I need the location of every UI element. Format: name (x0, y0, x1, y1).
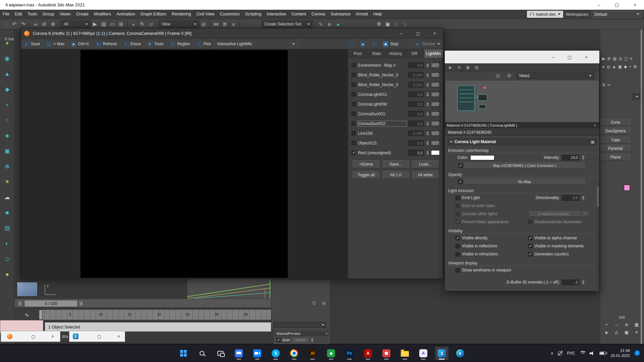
lightmix-color-swatch[interactable] (431, 150, 440, 155)
left-tool-icon[interactable]: ■ (5, 210, 9, 216)
value-spinner[interactable] (582, 280, 585, 284)
menu-item[interactable]: Modifiers (91, 10, 114, 19)
refresh-button[interactable]: ↻ Refresh (93, 39, 120, 49)
lightmix-value[interactable]: 1,0 (408, 101, 424, 107)
lightmix-value[interactable]: 0,124 (408, 72, 424, 78)
layer-manager-icon[interactable]: ≣ (220, 20, 229, 28)
close-icon[interactable]: × (114, 331, 123, 342)
value-spinner[interactable] (426, 102, 429, 106)
view-select[interactable]: View1 (516, 72, 594, 79)
material-editor-titlebar[interactable]: – ▢ × (445, 51, 599, 63)
visible-directly-checkbox[interactable] (455, 236, 460, 240)
select-object-icon[interactable]: ▶ (91, 20, 99, 28)
taskbar-app-chat[interactable] (232, 347, 246, 360)
scale-icon[interactable]: ▱ (147, 20, 155, 28)
lightmix-checkbox[interactable] (352, 92, 356, 97)
menu-item[interactable]: Arnold (353, 10, 371, 19)
task-view-button[interactable] (214, 347, 227, 360)
close-icon[interactable]: × (426, 28, 443, 39)
menu-item[interactable]: Create (73, 10, 92, 19)
left-tool-icon[interactable]: ◉ (5, 56, 10, 61)
category-dropdown[interactable] (633, 94, 641, 100)
status-panel-icons[interactable]: + ↔ ⊕ ▦ ◈ ∠ ▣ ☀ (603, 322, 640, 335)
lightmix-color-swatch[interactable] (431, 92, 440, 97)
emit-light-checkbox[interactable] (455, 196, 460, 200)
curve-editor-icon[interactable]: ∿ (316, 20, 325, 28)
both-sides-checkbox[interactable] (455, 204, 460, 208)
create-category-icons[interactable]: ● ◎ ▲ ▣ ◆ + ⊞ (602, 64, 637, 69)
bind-icon[interactable]: ⊕ (49, 20, 57, 28)
space-warps-icon[interactable]: + (629, 64, 631, 69)
selection-region-icon[interactable]: ▭ (108, 20, 117, 28)
wifi-icon[interactable] (579, 351, 585, 355)
pick-button[interactable]: + Pick (193, 39, 214, 49)
tab-stats[interactable]: Stats (367, 49, 386, 58)
account-menu[interactable]: katesh.des (527, 11, 563, 18)
options-gear-icon[interactable]: ⚙ (505, 71, 514, 80)
lightmix-color-swatch[interactable] (431, 63, 440, 68)
taskbar-app-3dsmax[interactable]: 3 (435, 347, 448, 360)
occlude-checkbox[interactable] (455, 212, 460, 216)
taskbar-clock[interactable]: 21:58 25.01.2022 (610, 348, 630, 358)
taskbar-app-affinity[interactable]: A (417, 347, 430, 360)
lightmix-color-swatch[interactable] (431, 102, 440, 107)
restore-icon[interactable]: ▢ (29, 331, 38, 342)
zoom-extents-icon[interactable]: ◎ (493, 71, 502, 80)
snap-toggle-icon[interactable]: ⊕ (623, 322, 630, 327)
value-spinner[interactable] (426, 63, 429, 67)
start-button[interactable] (177, 347, 190, 360)
all-1-button[interactable]: All 1.0 (383, 171, 409, 179)
previous-frame-button[interactable]: < (17, 300, 23, 307)
pick-material-icon[interactable]: ▶ (447, 64, 453, 70)
close-icon[interactable]: × (578, 51, 595, 63)
workspace-select[interactable]: Default (592, 11, 642, 18)
auto-checkbox[interactable] (276, 338, 281, 342)
visible-masking-checkbox[interactable] (528, 244, 532, 248)
stop-button[interactable]: ■ Stop (380, 39, 412, 49)
minimize-button[interactable]: – (590, 0, 608, 10)
left-tool-icon[interactable]: ◐ (5, 241, 9, 246)
pan-view-icon[interactable]: ↻ (312, 300, 317, 306)
emission-map-button[interactable]: Map #2138799461 ( Color Correction ) (465, 163, 585, 169)
all-white-button[interactable]: All white (412, 171, 438, 179)
taskbar-app-substance[interactable]: ◆ (324, 347, 338, 360)
close-icon[interactable]: × (593, 123, 597, 127)
rotate-icon[interactable]: ↻ (138, 20, 147, 28)
render-button[interactable]: ▶ Render (412, 39, 443, 49)
zoom-view-icon[interactable]: ⊕ (322, 300, 326, 306)
lightmix-value[interactable]: 1,0 (408, 140, 424, 146)
scene-explorer-icon[interactable]: ≡ (229, 20, 238, 28)
chain-icon[interactable]: ∞ (607, 82, 610, 87)
taskbar-app-red[interactable] (380, 347, 393, 360)
window-crossing-icon[interactable]: ⊞ (117, 20, 125, 28)
lightmix-checkbox[interactable] (352, 63, 356, 67)
lights-icon[interactable]: ▲ (612, 64, 616, 69)
material-node-header[interactable]: Material #:21474836345 ( CoronaLightMtl … (445, 122, 599, 128)
value-spinner[interactable] (426, 151, 429, 155)
time-slider-handle[interactable] (39, 310, 42, 320)
mirror-icon[interactable]: ⋈ (212, 20, 220, 28)
menu-item[interactable]: Content (289, 10, 309, 19)
taskbar-app-explorer[interactable] (398, 347, 412, 360)
excluded-objects-button[interactable]: 0 objects excluded... (530, 211, 580, 217)
helpers-icon[interactable]: ◆ (624, 64, 627, 69)
add-exclude-button[interactable]: + (582, 211, 588, 217)
render-iterative-icon[interactable]: ♨ (401, 20, 410, 28)
preview-dropdown[interactable] (273, 322, 326, 328)
menu-item[interactable]: Tools (25, 10, 40, 19)
preview-spinner[interactable] (311, 338, 314, 342)
reference-coordinate-select[interactable]: View (159, 20, 199, 28)
lightmix-checkbox[interactable] (352, 112, 356, 116)
lightmix-value[interactable]: 1,0 (408, 121, 424, 126)
modify-tab-icon[interactable]: ⚙ (607, 56, 611, 61)
parameters-scrollbar[interactable] (596, 186, 599, 291)
utilities-tab-icon[interactable]: ≡ (630, 56, 632, 61)
restore-icon[interactable]: ▢ (95, 331, 104, 342)
node-view[interactable] (445, 80, 599, 122)
display-tab-icon[interactable]: ▢ (624, 56, 628, 61)
menu-item[interactable]: Group (40, 10, 57, 19)
value-spinner[interactable] (426, 122, 429, 126)
taskbar-app-chrome[interactable] (287, 347, 301, 360)
menu-item[interactable]: Interactive (264, 10, 289, 19)
tab-lightmix[interactable]: LightMix (424, 49, 443, 58)
